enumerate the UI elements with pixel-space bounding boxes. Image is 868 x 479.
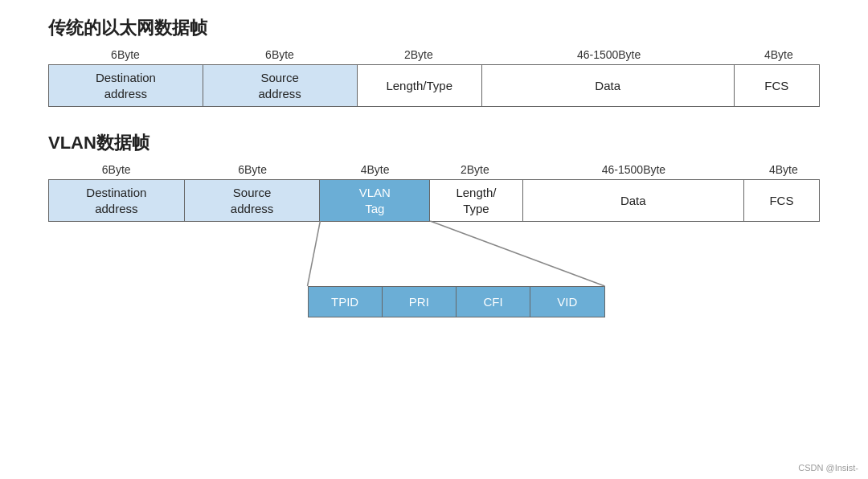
trad-byte-3: 2Byte xyxy=(357,48,481,61)
trad-dest-address: Destinationaddress xyxy=(49,65,203,106)
trad-byte-4: 46-1500Byte xyxy=(481,48,738,61)
vlan-byte-6: 4Byte xyxy=(747,163,820,176)
vlan-length-type: Length/Type xyxy=(430,180,522,221)
trad-length-type: Length/Type xyxy=(358,65,482,106)
trad-data: Data xyxy=(482,65,735,106)
svg-line-1 xyxy=(430,221,604,286)
trad-src-address: Sourceaddress xyxy=(203,65,358,106)
vid-cell: VID xyxy=(530,287,604,317)
vlan-title: VLAN数据帧 xyxy=(48,131,820,155)
vlan-frame: Destinationaddress Sourceaddress VLANTag… xyxy=(48,179,820,222)
traditional-frame: Destinationaddress Sourceaddress Length/… xyxy=(48,64,820,107)
traditional-title: 传统的以太网数据帧 xyxy=(48,16,820,40)
vlan-tag-cell: VLANTag xyxy=(320,180,430,221)
trad-byte-2: 6Byte xyxy=(203,48,357,61)
vlan-data: Data xyxy=(523,180,744,221)
vlan-src-address: Sourceaddress xyxy=(185,180,321,221)
vlan-section: VLAN数据帧 6Byte 6Byte 4Byte 2Byte 46-1500B… xyxy=(48,131,820,317)
trad-fcs: FCS xyxy=(735,65,820,106)
traditional-byte-labels: 6Byte 6Byte 2Byte 46-1500Byte 4Byte xyxy=(48,48,820,61)
trad-byte-5: 4Byte xyxy=(738,48,820,61)
watermark: CSDN @Insist- xyxy=(798,463,858,473)
vlan-byte-3: 4Byte xyxy=(321,163,430,176)
vlan-dest-address: Destinationaddress xyxy=(49,180,185,221)
svg-line-0 xyxy=(308,221,321,286)
trad-byte-1: 6Byte xyxy=(48,48,203,61)
vlan-fcs: FCS xyxy=(744,180,819,221)
tpid-cell: TPID xyxy=(309,287,383,317)
vlan-byte-4: 2Byte xyxy=(429,163,520,176)
vlan-tag-expansion: TPID PRI CFI VID xyxy=(308,286,605,317)
vlan-byte-1: 6Byte xyxy=(48,163,184,176)
cfi-cell: CFI xyxy=(457,287,530,317)
vlan-byte-labels: 6Byte 6Byte 4Byte 2Byte 46-1500Byte 4Byt… xyxy=(48,163,820,176)
connector-area xyxy=(48,222,820,286)
pri-cell: PRI xyxy=(383,287,457,317)
traditional-section: 传统的以太网数据帧 6Byte 6Byte 2Byte 46-1500Byte … xyxy=(48,16,820,107)
vlan-expansion-wrapper: TPID PRI CFI VID xyxy=(92,286,820,317)
vlan-byte-5: 46-1500Byte xyxy=(520,163,747,176)
vlan-byte-2: 6Byte xyxy=(184,163,320,176)
connector-lines xyxy=(48,222,820,286)
